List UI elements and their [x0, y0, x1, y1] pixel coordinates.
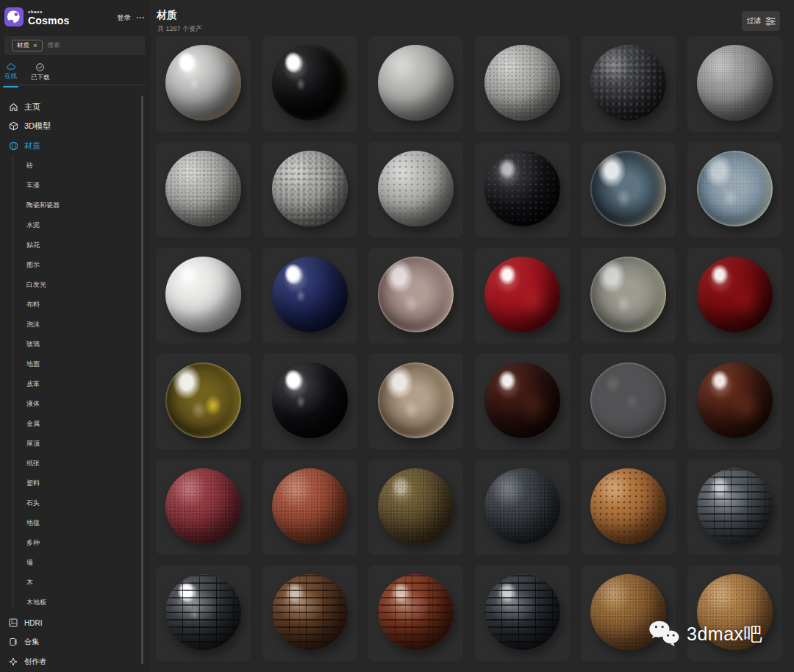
- material-sphere-glossy-dark-red: [697, 257, 773, 332]
- brand-chaos: chaos: [28, 10, 69, 14]
- material-sphere-glossy-maroon: [697, 362, 773, 438]
- sidebar-subcategory-19[interactable]: 地毯: [26, 518, 40, 528]
- material-sphere-grain-gray: [697, 45, 773, 121]
- material-tile-wrinkle-gray[interactable]: [262, 142, 357, 237]
- cube-icon: [9, 121, 18, 131]
- material-tile-croc-gray[interactable]: [687, 460, 782, 555]
- sidebar-subcategory-20[interactable]: 多种: [26, 538, 40, 548]
- material-tile-stucco-light-gray-2[interactable]: [156, 142, 251, 237]
- material-texture-croc: [378, 574, 454, 650]
- material-tile-grain-gray[interactable]: [687, 36, 782, 132]
- material-tile-leather-charcoal[interactable]: [475, 460, 570, 555]
- material-tile-glass-clear[interactable]: [581, 142, 676, 237]
- sidebar-subcategory-14[interactable]: 金属: [26, 419, 40, 429]
- collection-icon: [9, 637, 18, 646]
- material-tile-glass-frosted[interactable]: [687, 142, 782, 237]
- material-tile-glass-smoke-olive[interactable]: [581, 248, 676, 343]
- material-tile-croc-black-scale[interactable]: [475, 565, 570, 661]
- sidebar-subcategory-1[interactable]: 砖: [26, 161, 33, 171]
- material-tile-croc-black-glossy[interactable]: [156, 565, 251, 661]
- material-tile-glossy-black[interactable]: [262, 36, 357, 132]
- material-tile-glossy-red[interactable]: [475, 248, 570, 343]
- sidebar-subcategory-8[interactable]: 布料: [26, 300, 40, 310]
- sidebar-item-3d-models[interactable]: 3D模型: [9, 120, 51, 132]
- material-tile-perforated-light-gray[interactable]: [368, 142, 463, 237]
- material-tile-leather-olive[interactable]: [368, 460, 463, 555]
- filter-sliders-icon: [765, 17, 776, 26]
- material-texture-frost: [697, 151, 773, 226]
- sidebar-scrollbar[interactable]: [141, 96, 143, 664]
- sidebar-subcategory-16[interactable]: 纸张: [26, 459, 40, 468]
- material-tile-croc-brown[interactable]: [262, 565, 357, 661]
- chip-close-icon[interactable]: ×: [33, 42, 37, 49]
- material-tile-leather-rust[interactable]: [262, 460, 357, 555]
- material-sphere-glossy-navy: [272, 257, 348, 332]
- sidebar-subcategory-6[interactable]: 图示: [26, 260, 40, 270]
- sidebar-subcategory-11[interactable]: 地面: [26, 360, 40, 369]
- sidebar-item-materials-label: 材质: [24, 140, 40, 151]
- material-sphere-glossy-white-ceramic: [165, 45, 241, 121]
- login-button[interactable]: 登录: [117, 13, 131, 23]
- sidebar-subcategory-5[interactable]: 贴花: [26, 240, 40, 250]
- material-sphere-leather-red: [165, 468, 241, 544]
- sidebar-subcategory-18[interactable]: 石头: [26, 498, 40, 508]
- material-tile-glossy-navy[interactable]: [262, 248, 357, 343]
- sidebar-subcategory-10[interactable]: 玻璃: [26, 340, 40, 349]
- filter-button[interactable]: 过滤: [742, 11, 780, 31]
- sidebar-subcategory-17[interactable]: 塑料: [26, 479, 40, 488]
- sidebar-subcategory-23[interactable]: 木地板: [26, 598, 46, 607]
- material-tile-glossy-espresso[interactable]: [475, 354, 570, 449]
- material-sphere-stucco-light-gray-2: [165, 151, 241, 226]
- sidebar-item-3d-models-label: 3D模型: [24, 121, 51, 132]
- brand: chaos Cosmos: [28, 10, 69, 26]
- material-tile-smoke-gray[interactable]: [581, 354, 676, 449]
- search-filter-chip[interactable]: 材质 ×: [12, 40, 43, 51]
- chaos-logo-icon[interactable]: [4, 7, 24, 26]
- material-tile-glossy-jet-black[interactable]: [262, 354, 357, 449]
- search-input[interactable]: 材质 × 搜索: [4, 36, 145, 55]
- material-tile-stucco-charcoal[interactable]: [581, 36, 676, 132]
- page-title: 材质: [157, 9, 177, 22]
- material-tile-leather-perforated-tan[interactable]: [581, 460, 676, 555]
- material-tile-glossy-dark-red[interactable]: [687, 248, 782, 343]
- material-sphere-leather-perforated-tan: [590, 468, 666, 544]
- material-texture-stucco: [484, 45, 560, 121]
- material-sphere-leather-charcoal: [484, 468, 560, 544]
- material-tile-satin-white[interactable]: [156, 248, 251, 343]
- sidebar-subcategory-9[interactable]: 泡沫: [26, 320, 40, 329]
- material-texture-croc: [697, 468, 773, 544]
- sidebar-item-hdri[interactable]: HDRI: [9, 618, 42, 628]
- sidebar-subcategory-22[interactable]: 木: [26, 578, 33, 587]
- material-tile-glossy-white-ceramic[interactable]: [156, 36, 251, 132]
- sidebar-subcategory-7[interactable]: 白发光: [26, 280, 46, 290]
- material-tile-matte-light-gray[interactable]: [368, 36, 463, 132]
- sidebar-item-materials[interactable]: 材质: [9, 140, 40, 151]
- material-sphere-glossy-jet-black: [272, 362, 348, 438]
- material-tile-croc-red-brown[interactable]: [368, 565, 463, 661]
- sidebar-subcategory-12[interactable]: 皮革: [26, 379, 40, 389]
- sidebar-subcategory-3[interactable]: 陶瓷和瓷器: [26, 201, 60, 210]
- material-sphere-croc-brown: [272, 574, 348, 650]
- sidebar-subcategory-21[interactable]: 墙: [26, 558, 33, 568]
- more-menu-icon[interactable]: [135, 10, 146, 20]
- material-tile-perforated-black[interactable]: [475, 142, 570, 237]
- sidebar-item-home-label: 主页: [24, 101, 40, 112]
- sidebar-subcategory-2[interactable]: 车漆: [26, 181, 40, 190]
- material-tile-glass-taupe[interactable]: [368, 354, 463, 449]
- material-tile-glass-amber[interactable]: [156, 354, 251, 449]
- material-sphere-croc-gray: [697, 468, 773, 544]
- sidebar-item-home[interactable]: 主页: [9, 101, 40, 112]
- sidebar-item-creators[interactable]: 创作者: [9, 657, 46, 667]
- material-sphere-perforated-light-gray: [378, 151, 454, 226]
- material-texture-croc: [165, 574, 241, 650]
- sidebar-subcategory-4[interactable]: 水泥: [26, 221, 40, 230]
- material-tile-leather-red[interactable]: [156, 460, 251, 555]
- chip-label: 材质: [17, 41, 29, 50]
- material-texture-dots: [378, 151, 454, 226]
- material-tile-stucco-light-gray[interactable]: [475, 36, 570, 132]
- sidebar-item-collections[interactable]: 合集: [9, 637, 39, 647]
- sidebar-subcategory-13[interactable]: 液体: [26, 399, 40, 409]
- sidebar-subcategory-15[interactable]: 屋顶: [26, 439, 40, 448]
- material-tile-glass-rose[interactable]: [368, 248, 463, 343]
- material-tile-glossy-maroon[interactable]: [687, 354, 782, 449]
